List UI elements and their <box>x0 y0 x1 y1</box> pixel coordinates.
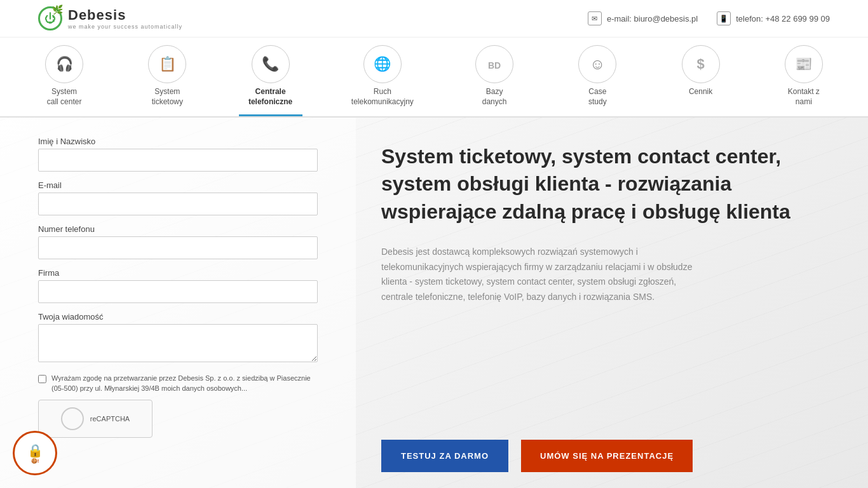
database-icon <box>488 57 501 72</box>
consent-checkbox[interactable] <box>38 375 46 383</box>
phone-icon: 📱 <box>717 11 731 25</box>
logo-tagline: we make your success automatically <box>68 24 182 30</box>
nav-item-telekomunikacyjny[interactable]: Ruchtelekomunikacyjny <box>342 37 423 116</box>
recaptcha-label: reCAPTCHA <box>90 415 130 423</box>
nav-item-ticketowy[interactable]: Systemticketowy <box>135 37 199 116</box>
cookie-badge[interactable]: 🔒 🍪! <box>13 431 57 475</box>
nav-label-telekomunikacyjny: Ruchtelekomunikacyjny <box>351 87 414 107</box>
umow-button[interactable]: UMÓW SIĘ NA PREZENTACJĘ <box>521 440 693 472</box>
nav-label-kontakt: Kontakt znami <box>788 87 820 107</box>
input-wiadomosc[interactable] <box>38 324 318 362</box>
dollar-icon <box>696 56 704 72</box>
email-contact: ✉ e-mail: biuro@debesis.pl <box>588 11 698 25</box>
nav-label-cennik: Cennik <box>689 87 712 97</box>
cookie-text: 🍪! <box>31 458 39 464</box>
nav-item-telefoniczne[interactable]: Centraletelefoniczne <box>239 37 302 116</box>
ticket-icon <box>159 56 176 72</box>
leaf-icon: 🌿 <box>52 4 63 15</box>
main-content: Imię i Nazwisko E-mail Numer telefonu Fi… <box>0 118 868 488</box>
label-email: E-mail <box>38 180 318 190</box>
form-group-email: E-mail <box>38 180 318 215</box>
contact-info: ✉ e-mail: biuro@debesis.pl 📱 telefon: +4… <box>588 11 830 25</box>
consent-text: Wyrażam zgodę na przetwarzanie przez Deb… <box>51 374 318 393</box>
nav-bar: Systemcall center Systemticketowy Centra… <box>0 37 868 118</box>
nav-icon-cennik <box>682 45 720 83</box>
label-imie: Imię i Nazwisko <box>38 137 318 146</box>
phone-nav-icon <box>262 56 279 72</box>
nav-label-telefoniczne: Centraletelefoniczne <box>248 87 292 107</box>
email-label: e-mail: biuro@debesis.pl <box>607 14 698 24</box>
nav-icon-case-study <box>578 45 616 83</box>
main-heading: System ticketowy, system contact center,… <box>381 143 830 226</box>
contact-icon <box>795 56 812 72</box>
nav-icon-kontakt <box>785 45 823 83</box>
nav-icon-bazy-danych <box>475 45 513 83</box>
nav-icon-telekomunikacyjny <box>363 45 402 83</box>
form-group-wiadomosc: Twoja wiadomość <box>38 312 318 365</box>
nav-label-call-center: Systemcall center <box>47 87 82 107</box>
nav-item-cennik[interactable]: Cennik <box>669 37 733 116</box>
consent-row: Wyrażam zgodę na przetwarzanie przez Deb… <box>38 374 318 393</box>
form-group-imie: Imię i Nazwisko <box>38 137 318 172</box>
globe-icon <box>374 56 391 72</box>
nav-icon-ticketowy <box>148 45 186 83</box>
nav-label-case-study: Casestudy <box>588 87 607 107</box>
recaptcha-circle <box>61 407 84 430</box>
nav-item-case-study[interactable]: Casestudy <box>566 37 629 116</box>
power-icon: 🌿 <box>38 6 62 30</box>
contact-form-panel: Imię i Nazwisko E-mail Numer telefonu Fi… <box>0 118 356 488</box>
form-group-firma: Firma <box>38 268 318 303</box>
main-text-block: System ticketowy, system contact center,… <box>381 143 830 330</box>
nav-label-ticketowy: Systemticketowy <box>152 87 183 107</box>
nav-label-bazy-danych: Bazydanych <box>482 87 507 107</box>
logo-name: Debesis <box>68 7 182 24</box>
lock-icon: 🔒 <box>27 443 43 458</box>
header: 🌿 Debesis we make your success automatic… <box>0 0 868 37</box>
cookie-inner: 🔒 🍪! <box>27 443 43 464</box>
form-group-telefon: Numer telefonu <box>38 224 318 259</box>
input-email[interactable] <box>38 193 318 215</box>
phone-label: telefon: +48 22 699 99 09 <box>736 14 830 24</box>
label-wiadomosc: Twoja wiadomość <box>38 312 318 322</box>
logo-svg: 🌿 Debesis we make your success automatic… <box>38 6 182 30</box>
headset-icon <box>56 56 73 72</box>
input-telefon[interactable] <box>38 236 318 259</box>
input-imie[interactable] <box>38 149 318 172</box>
nav-icon-call-center <box>45 45 83 83</box>
logo-area: 🌿 Debesis we make your success automatic… <box>38 6 182 30</box>
testuj-button[interactable]: TESTUJ ZA DARMO <box>381 440 508 472</box>
input-firma[interactable] <box>38 280 318 303</box>
label-firma: Firma <box>38 268 318 278</box>
recaptcha-area[interactable]: reCAPTCHA <box>38 400 153 438</box>
nav-icon-telefoniczne <box>252 45 290 83</box>
right-panel: System ticketowy, system contact center,… <box>356 118 868 488</box>
logo-text-group: Debesis we make your success automatical… <box>68 7 182 30</box>
email-icon: ✉ <box>588 11 602 25</box>
cta-buttons: TESTUJ ZA DARMO UMÓW SIĘ NA PREZENTACJĘ <box>381 440 830 472</box>
nav-item-call-center[interactable]: Systemcall center <box>32 37 96 116</box>
nav-item-bazy-danych[interactable]: Bazydanych <box>463 37 526 116</box>
label-telefon: Numer telefonu <box>38 224 318 234</box>
nav-item-kontakt[interactable]: Kontakt znami <box>772 37 836 116</box>
main-description: Debesis jest dostawcą kompleksowych rozw… <box>381 245 699 305</box>
phone-contact: 📱 telefon: +48 22 699 99 09 <box>717 11 830 25</box>
smile-icon <box>590 55 606 73</box>
